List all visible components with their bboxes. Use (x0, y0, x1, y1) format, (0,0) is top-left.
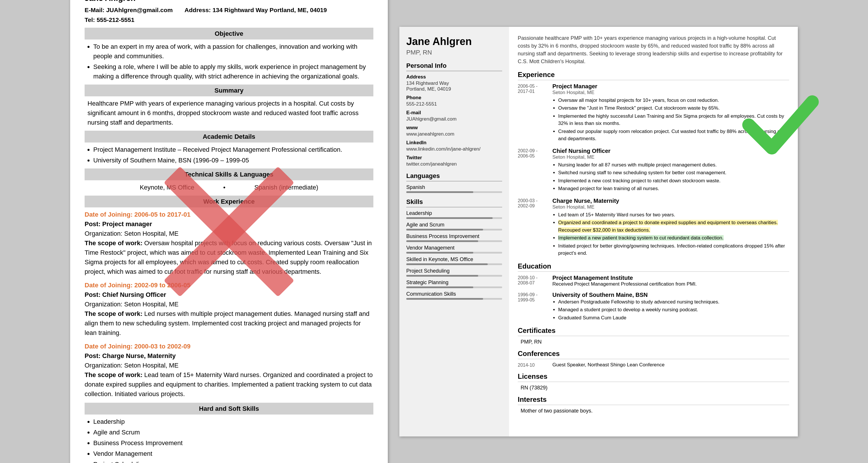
left-academic-header: Academic Details (85, 131, 373, 142)
list-item: Implemented the highly successful Lean T… (558, 112, 789, 127)
right-main: Passionate healthcare PMP with 10+ years… (509, 27, 798, 436)
left-skill2: Spanish (intermediate) (254, 183, 318, 192)
address-label: Address (406, 74, 502, 80)
left-work-header: Work Experience (85, 196, 373, 207)
work-date-1: Date of Joining: 2006-05 to 2017-01 (85, 211, 191, 218)
exp-entry-2: 2000-03 -2002-09 Charge Nurse, Maternity… (518, 198, 789, 258)
list-item: Implemented a new cost tracking project … (558, 177, 789, 185)
list-item: Initiated project for better gloving/gow… (558, 242, 789, 257)
list-item: To be an expert in my area of work, with… (93, 42, 373, 61)
phone-label: Phone (406, 95, 502, 101)
left-tel-line: Tel: 555-212-5551 (85, 15, 373, 25)
conference-entry-0: 2014-10 Guest Speaker, Northeast Shingo … (518, 362, 789, 368)
list-item: Andersen Postgraduate Fellowship to stud… (558, 298, 789, 306)
left-name: Jane Ahlgren (85, 0, 373, 4)
work-scope-3: The scope of work: Lead team of 15+ Mate… (85, 370, 373, 399)
list-item: Leadership (93, 417, 373, 426)
work-org-3: Organization: Seton Hospital, ME (85, 362, 179, 369)
left-email-line: E-Mail: JUAhlgren@gmail.com Address: 134… (85, 5, 373, 15)
linkedin-label: LinkedIn (406, 140, 502, 146)
left-objective-list: To be an expert in my area of work, with… (85, 42, 373, 81)
edu-entry-1: 1996-09 -1999-05 University of Southern … (518, 292, 789, 322)
experience-title: Experience (518, 71, 789, 80)
certificates-value: PMP, RN (518, 339, 789, 345)
www-value: www.janeahlgren.com (406, 131, 502, 137)
work-scope-2: The scope of work: Led nurses with multi… (85, 309, 373, 337)
list-item: Business Process Improvement (93, 438, 373, 448)
left-summary-text: Healthcare PMP with years of experience … (85, 99, 373, 127)
email-value: JUAhlgren@gmail.com (406, 116, 502, 122)
work-entry-2: Date of Joining: 2002-09 to 2006-05 Post… (85, 280, 373, 337)
list-item: Led team of 15+ Maternity Ward nurses fo… (558, 211, 789, 219)
licenses-value: RN (73829) (518, 385, 789, 391)
left-technical-header: Technical Skills & Languages (85, 168, 373, 180)
skills-title: Skills (406, 198, 502, 207)
right-title: PMP, RN (406, 49, 502, 56)
email-label: E-mail (406, 110, 502, 116)
left-resume: Jane Ahlgren E-Mail: JUAhlgren@gmail.com… (70, 0, 388, 463)
list-item: Nursing leader for all 87 nurses with mu… (558, 161, 789, 169)
list-item: Managed project for lean training of all… (558, 185, 789, 192)
left-technical-cols: Keynote, MS Office • Spanish (intermedia… (85, 183, 373, 192)
language-bar (406, 191, 502, 193)
work-date-2: Date of Joining: 2002-09 to 2006-05 (85, 282, 191, 289)
twitter-value: twitter.com/janeahlgren (406, 161, 502, 167)
list-item: Managed a student project to develop a w… (558, 306, 789, 313)
skill-item-0: Leadership (406, 210, 502, 219)
language-item: Spanish (406, 184, 502, 193)
work-post-2: Post: Chief Nursing Officer (85, 291, 166, 298)
www-label: www (406, 125, 502, 131)
list-item: Seeking a role, where I will be able to … (93, 62, 373, 81)
work-scope-1: The scope of work: Oversaw hospital proj… (85, 238, 373, 276)
right-name: Jane Ahlgren (406, 35, 502, 47)
work-org-2: Organization: Seton Hospital, ME (85, 301, 179, 308)
left-summary-header: Summary (85, 85, 373, 96)
address-value: 134 Rightward WayPortland, ME, 04019 (406, 80, 502, 92)
education-title: Education (518, 262, 789, 272)
exp-entry-0: 2006-05 -2017-01 Project Manager Seton H… (518, 83, 789, 143)
linkedin-value: www.linkedin.com/in/jane-ahlgren/ (406, 146, 502, 152)
list-item: Implemented a new patient tracking syste… (558, 234, 789, 242)
language-name: Spanish (406, 184, 502, 190)
skill-item-3: Vendor Management (406, 245, 502, 254)
skill-item-1: Agile and Scrum (406, 222, 502, 231)
interests-title: Interests (518, 396, 789, 405)
left-skill1: Keynote, MS Office (140, 183, 194, 192)
work-post-3: Post: Charge Nurse, Maternity (85, 352, 176, 359)
list-item: Graduated Summa Cum Laude (558, 314, 789, 322)
work-post-1: Post: Project manager (85, 221, 152, 228)
work-date-3: Date of Joining: 2000-03 to 2002-09 (85, 343, 191, 350)
list-item: Project Scheduling (93, 460, 373, 463)
skill-item-5: Project Scheduling (406, 268, 502, 277)
skill-item-2: Business Process Improvement (406, 233, 502, 242)
personal-info-title: Personal Info (406, 62, 502, 71)
right-summary: Passionate healthcare PMP with 10+ years… (518, 34, 789, 65)
list-item: Oversaw all major hospital projects for … (558, 97, 789, 104)
right-resume: Jane Ahlgren PMP, RN Personal Info Addre… (399, 27, 798, 436)
left-skills-list: Leadership Agile and Scrum Business Proc… (85, 417, 373, 463)
left-objective-header: Objective (85, 28, 373, 39)
phone-value: 555-212-5551 (406, 101, 502, 107)
left-skills-header: Hard and Soft Skills (85, 403, 373, 415)
twitter-label: Twitter (406, 155, 502, 161)
right-sidebar: Jane Ahlgren PMP, RN Personal Info Addre… (399, 27, 509, 436)
list-item: Created our popular supply room relocati… (558, 128, 789, 142)
left-academic-list: Project Management Institute – Received … (85, 145, 373, 165)
exp-entry-1: 2002-09 -2006-05 Chief Nursing Officer S… (518, 148, 789, 193)
work-entry-1: Date of Joining: 2006-05 to 2017-01 Post… (85, 210, 373, 276)
certificates-title: Certificates (518, 327, 789, 336)
skill-item-7: Communication Skills (406, 291, 502, 300)
list-item: Organized and coordinated a project to d… (558, 219, 789, 234)
skill-item-4: Skilled in Keynote, MS Office (406, 257, 502, 265)
list-item: Project Management Institute – Received … (93, 145, 373, 154)
list-item: Agile and Scrum (93, 428, 373, 437)
skill-item-6: Strategic Planning (406, 279, 502, 288)
list-item: Vendor Management (93, 449, 373, 458)
list-item: Oversaw the "Just in Time Restock" proje… (558, 104, 789, 112)
work-entry-3: Date of Joining: 2000-03 to 2002-09 Post… (85, 341, 373, 399)
licenses-title: Licenses (518, 372, 789, 382)
list-item: Switched nursing staff to new scheduling… (558, 169, 789, 176)
work-org-1: Organization: Seton Hospital, ME (85, 230, 179, 237)
list-item: University of Southern Maine, BSN (1996-… (93, 156, 373, 165)
edu-entry-0: 2008-10 -2008-07 Project Management Inst… (518, 275, 789, 287)
